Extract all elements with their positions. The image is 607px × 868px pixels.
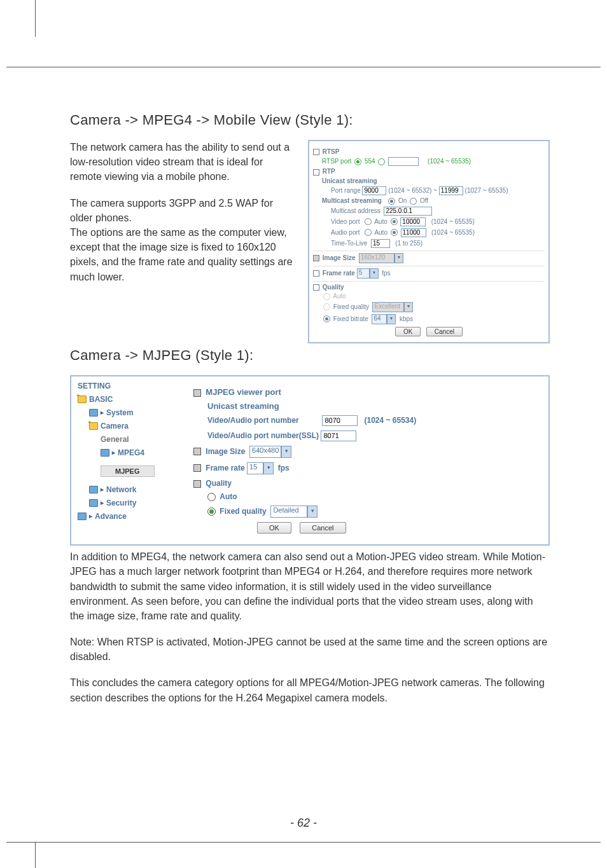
quality-checkbox[interactable]: [193, 480, 201, 488]
sidebar-system[interactable]: ▸ System: [89, 408, 186, 417]
mobile-view-panel: RTSP RTSP port 554 (1024 ~ 65535) RTP Un…: [308, 140, 550, 343]
quality-fixedb-radio[interactable]: [323, 315, 330, 322]
multicast-addr-label: Multicast address: [331, 207, 380, 214]
vp-auto: Auto: [374, 217, 387, 224]
rtsp-checkbox[interactable]: [313, 149, 319, 155]
mjpeg-port-checkbox[interactable]: [193, 389, 201, 397]
para-3: The options are the same as the computer…: [70, 225, 295, 284]
folder-open-icon: [89, 422, 98, 430]
audio-port-auto-radio[interactable]: [365, 229, 372, 236]
chevron-down-icon[interactable]: ▾: [281, 446, 291, 458]
frame-rate-label: Frame rate: [323, 269, 355, 276]
ok-button[interactable]: OK: [395, 327, 421, 336]
vap-label: Video/Audio port number: [207, 415, 299, 424]
ttl-hint: (1 to 255): [395, 239, 422, 246]
q-fixed-quality-select: Excellent: [372, 302, 404, 312]
off-label: Off: [420, 197, 428, 204]
cancel-button[interactable]: Cancel: [426, 327, 463, 336]
sidebar-basic[interactable]: BASIC: [78, 395, 186, 404]
sidebar-network[interactable]: ▸ Network: [89, 485, 186, 494]
vap-ssl-label: Video/Audio port number(SSL): [207, 431, 319, 439]
vap-input[interactable]: [322, 415, 358, 426]
footer-rule: [6, 842, 601, 843]
quality-fixed-radio[interactable]: [207, 507, 216, 516]
image-size-label: Image Size: [206, 446, 245, 455]
unicast-label: Unicast streaming: [207, 401, 542, 411]
chevron-down-icon[interactable]: ▾: [307, 506, 317, 518]
port-range-from[interactable]: [362, 186, 386, 195]
rtp-label: RTP: [323, 168, 335, 175]
video-port-auto-radio[interactable]: [365, 218, 372, 225]
fps-label: fps: [278, 463, 290, 472]
sidebar-network-label: Network: [106, 485, 136, 494]
rtsp-label: RTSP: [323, 148, 340, 155]
ap-auto: Auto: [374, 228, 387, 235]
multicast-on-radio[interactable]: [388, 198, 395, 205]
quality-checkbox[interactable]: [313, 284, 319, 291]
sidebar-camera[interactable]: Camera: [89, 422, 186, 431]
q-auto: Auto: [333, 293, 346, 300]
folder-icon: [89, 486, 98, 493]
folder-icon: [89, 499, 98, 507]
sidebar-setting: SETTING: [78, 382, 186, 390]
folder-icon: [78, 513, 87, 520]
q-fixed-select[interactable]: Detailed: [270, 506, 307, 518]
chevron-down-icon: ▾: [394, 253, 403, 263]
sidebar-advance-label: Advance: [95, 512, 127, 521]
sidebar-system-label: System: [106, 408, 134, 417]
folder-icon: [89, 409, 98, 417]
port-range-to[interactable]: [439, 186, 463, 195]
chevron-down-icon[interactable]: ▾: [263, 462, 274, 474]
chevron-down-icon[interactable]: ▾: [370, 268, 379, 279]
frame-rate-checkbox[interactable]: [193, 464, 201, 472]
rtsp-port-custom-radio[interactable]: [378, 158, 385, 165]
header-rule: [6, 0, 601, 67]
ttl-input[interactable]: [371, 239, 390, 248]
on-label: On: [398, 197, 407, 204]
port-range-label: Port range: [331, 186, 361, 193]
rtsp-port-label: RTSP port: [322, 158, 351, 165]
chevron-right-icon: ▸: [101, 499, 104, 506]
video-port-input[interactable]: [400, 217, 426, 226]
quality-auto-radio[interactable]: [207, 493, 216, 501]
rtp-checkbox[interactable]: [313, 169, 319, 176]
sidebar-mpeg4[interactable]: ▸ MPEG4: [101, 448, 186, 457]
video-port-custom-radio[interactable]: [391, 218, 398, 225]
para-6: This concludes the camera category optio…: [70, 675, 550, 705]
ok-button[interactable]: OK: [257, 522, 291, 534]
audio-port-input[interactable]: [401, 228, 426, 237]
frame-rate-checkbox[interactable]: [313, 270, 319, 277]
quality-label: Quality: [323, 284, 344, 291]
frame-rate-select[interactable]: 5: [357, 268, 370, 279]
quality-auto-radio: [323, 293, 330, 300]
chevron-right-icon: ▸: [101, 409, 104, 416]
para-4: In addition to MPEG4, the network camera…: [70, 549, 550, 623]
multicast-off-radio[interactable]: [410, 198, 417, 205]
sidebar-general[interactable]: General: [101, 435, 186, 444]
audio-port-custom-radio[interactable]: [391, 229, 398, 236]
multicast-addr-input[interactable]: [384, 207, 432, 216]
heading-mjpeg: Camera -> MJPEG (Style 1):: [70, 347, 550, 364]
chevron-right-icon: ▸: [101, 486, 104, 493]
q-fixed-bitrate-select[interactable]: 64: [372, 314, 387, 324]
port-range-from-hint: (1024 ~ 65532) ~: [388, 186, 437, 193]
sidebar-camera-label: Camera: [101, 422, 129, 431]
image-size-label: Image Size: [323, 254, 356, 261]
rtsp-port-554-radio[interactable]: [354, 158, 361, 165]
quality-fixedq-radio: [323, 303, 330, 310]
sidebar-advance[interactable]: ▸ Advance: [78, 512, 186, 521]
q-auto-label: Auto: [220, 492, 237, 501]
folder-icon: [101, 449, 109, 457]
image-size-checkbox[interactable]: [193, 448, 201, 455]
rtsp-port-554: 554: [365, 158, 375, 165]
cancel-button[interactable]: Cancel: [300, 522, 345, 534]
frame-rate-select[interactable]: 15: [247, 462, 263, 474]
header-rule-v: [35, 0, 36, 37]
vap-ssl-input[interactable]: [321, 431, 356, 441]
chevron-down-icon[interactable]: ▾: [387, 314, 396, 324]
para-2: The camera supports 3GPP and 2.5 WAP for…: [70, 196, 295, 225]
sidebar-security[interactable]: ▸ Security: [89, 499, 186, 507]
rtsp-port-input[interactable]: [388, 157, 419, 166]
image-size-select[interactable]: 640x480: [249, 446, 281, 458]
sidebar-mjpeg-selected[interactable]: MJPEG: [101, 465, 155, 477]
